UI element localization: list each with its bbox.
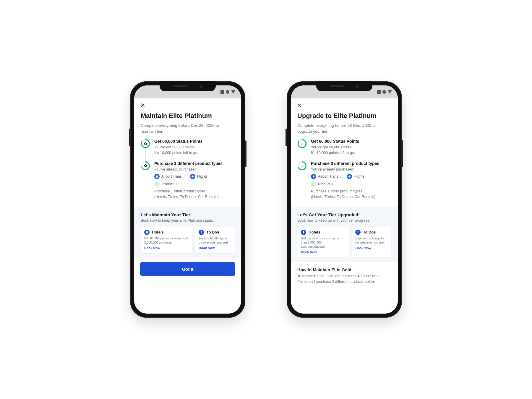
phone-notch (316, 81, 372, 91)
card-desc: Get the best prices on more than 2,000,0… (301, 236, 345, 249)
card-hotels[interactable]: Hotels Get the best prices on more than … (297, 227, 349, 258)
bus-icon (311, 174, 316, 179)
chip-label: Airport Trans... (161, 174, 185, 179)
chip-airport-transfer: Airport Trans... (154, 174, 185, 179)
empty-icon (311, 181, 316, 187)
status-circle-icon (382, 90, 386, 94)
phone-mock-right: Upgrade to Elite Platinum Complete every… (287, 81, 402, 318)
status-circle-icon (226, 90, 229, 94)
status-triangle-icon (388, 90, 392, 94)
step-points: ♕ Get 60,000 Status Points You've got 50… (297, 139, 391, 161)
card-title: Hotels (309, 230, 320, 234)
step-detail: Purchase 1 other product types (311, 189, 391, 194)
step-detail: Purchase 1 other product types (154, 189, 235, 194)
pin-icon (199, 230, 204, 235)
svg-rect-16 (303, 231, 304, 233)
progress-badge-points: ♕ (297, 139, 307, 148)
card-desc: Get 60,000 points for every IDR 2,000,00… (144, 236, 189, 244)
step-title: Purchase 3 different product types (311, 161, 391, 166)
plane-icon (347, 174, 352, 179)
promo-section: Let's Get Your Tier Upgraded! Book now t… (291, 207, 398, 262)
card-title: To Dos (206, 230, 219, 234)
crown-icon: ♕ (301, 164, 304, 168)
phone-mock-left: Maintain Elite Platinum Complete everyth… (130, 81, 245, 318)
status-square-icon (220, 90, 224, 94)
step-detail: You've got 50,000 points. (311, 145, 391, 150)
card-hotels[interactable]: Hotels Get 60,000 points for every IDR 2… (141, 227, 192, 253)
step-points: Get 60,000 Status Points You've got 50,0… (141, 139, 235, 161)
step-detail: You've already purchased: (311, 167, 391, 172)
card-title: To Dos (363, 230, 376, 234)
status-triangle-icon (231, 90, 235, 94)
book-now-link[interactable]: Book Now (301, 250, 345, 254)
step-detail: It's 10,000 points left to go. (311, 150, 391, 156)
page-title: Upgrade to Elite Platinum (291, 111, 398, 123)
page-subtitle: Complete everything before 28 Dec, 2020 … (291, 123, 398, 139)
svg-point-14 (313, 177, 314, 178)
got-it-button[interactable]: Got It (140, 262, 235, 276)
svg-rect-4 (156, 176, 158, 177)
card-desc: Explore fun things to do wherever you ar… (199, 236, 231, 244)
screen-right: Upgrade to Elite Platinum Complete every… (291, 85, 398, 314)
card-todos[interactable]: To Dos Explore fun things to do wherever… (195, 227, 235, 253)
svg-point-6 (157, 177, 158, 178)
promo-title: Let's Maintain Your Tier! (141, 212, 235, 217)
card-todos[interactable]: To Dos Explore fun things to do wherever… (352, 227, 391, 258)
step-detail: (Hotels, Trains, To Dos, or Car Rentals)… (311, 194, 391, 200)
chip-product3: Product 3 (154, 181, 176, 187)
book-now-link[interactable]: Book Now (199, 246, 231, 250)
chip-label: Flights (197, 174, 207, 179)
step-title: Get 60,000 Status Points (311, 139, 391, 144)
hotel-icon (144, 230, 150, 235)
step-detail: It's 10,000 points left to go. (154, 150, 235, 156)
page-title: Maintain Elite Platinum (134, 111, 241, 123)
promo-subtitle: Book now to keep up with your tier progr… (297, 218, 391, 223)
svg-point-8 (201, 231, 202, 233)
book-now-link[interactable]: Book Now (144, 246, 189, 250)
note-body: To maintain Elite Gold, get minimum 40,0… (297, 273, 391, 285)
chip-flights: Flights (190, 174, 207, 179)
crown-icon: ♕ (301, 142, 304, 145)
card-title: Hotels (152, 230, 164, 234)
screen-left: Maintain Elite Platinum Complete everyth… (134, 85, 241, 314)
phone-notch (160, 81, 216, 91)
card-desc: Explore fun things to do wherever you ar… (355, 236, 388, 244)
promo-section: Let's Maintain Your Tier! Book now to ke… (134, 207, 241, 258)
promo-subtitle: Book now to keep your Elite Platinum sta… (141, 218, 235, 223)
svg-point-15 (314, 177, 314, 178)
target-icon (144, 164, 147, 167)
note-title: How to Maintain Elite Gold (297, 267, 391, 272)
step-detail: (Hotels, Trains, To Dos, or Car Rentals)… (154, 194, 235, 200)
step-detail: You've got 50,000 points. (154, 145, 235, 150)
pin-icon (355, 230, 361, 235)
chip-label: Airport Trans... (318, 174, 341, 179)
chip-label: Product 3 (161, 182, 176, 186)
svg-rect-13 (313, 176, 314, 177)
status-square-icon (377, 90, 381, 94)
step-title: Purchase 3 different product types (154, 161, 235, 166)
book-now-link[interactable]: Book Now (355, 246, 388, 250)
step-title: Get 60,000 Status Points (154, 139, 235, 144)
plane-icon (190, 174, 195, 179)
step-detail: You've already purchased: (154, 167, 235, 172)
chip-flights: Flights (347, 174, 364, 179)
promo-title: Let's Get Your Tier Upgraded! (297, 212, 391, 217)
svg-rect-7 (146, 231, 148, 233)
step-products: ♕ Purchase 3 different product types You… (297, 161, 391, 205)
svg-point-5 (156, 177, 157, 178)
progress-badge-products (141, 161, 150, 171)
close-icon[interactable] (140, 104, 145, 109)
chip-airport-transfer: Airport Trans... (311, 174, 341, 179)
step-products: Purchase 3 different product types You'v… (141, 161, 235, 205)
bus-icon (154, 174, 160, 179)
chip-label: Product 3 (318, 182, 333, 186)
progress-badge-products: ♕ (297, 161, 307, 171)
maintain-note: How to Maintain Elite Gold To maintain E… (291, 262, 398, 285)
target-icon (144, 142, 147, 145)
page-subtitle: Complete everything before Dec 28, 2020 … (134, 123, 241, 139)
close-icon[interactable] (297, 104, 302, 109)
svg-point-17 (357, 231, 359, 233)
chip-label: Flights (354, 174, 364, 179)
empty-icon (154, 181, 160, 187)
hotel-icon (301, 230, 306, 235)
